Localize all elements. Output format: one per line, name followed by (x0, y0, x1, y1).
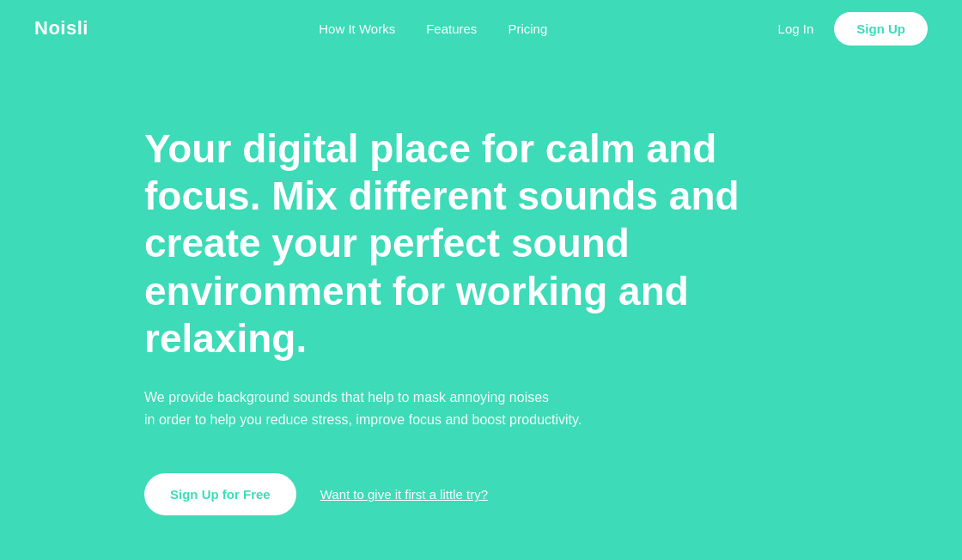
try-link[interactable]: Want to give it first a little try? (320, 487, 488, 502)
nav-item-pricing[interactable]: Pricing (508, 21, 547, 36)
hero-subtext-line2: in order to help you reduce stress, impr… (144, 412, 581, 427)
login-link[interactable]: Log In (778, 21, 814, 36)
header-actions: Log In Sign Up (778, 12, 928, 46)
header-signup-button[interactable]: Sign Up (834, 12, 928, 46)
cta-row: Sign Up for Free Want to give it first a… (144, 473, 928, 515)
hero-headline: Your digital place for calm and focus. M… (144, 125, 814, 362)
hero-section: Your digital place for calm and focus. M… (0, 57, 962, 515)
header: Noisli How It Works Features Pricing Log… (0, 0, 962, 57)
hero-subtext-line1: We provide background sounds that help t… (144, 390, 549, 405)
nav-item-features[interactable]: Features (426, 21, 477, 36)
logo[interactable]: Noisli (34, 17, 88, 40)
main-nav: How It Works Features Pricing (319, 21, 547, 36)
hero-signup-button[interactable]: Sign Up for Free (144, 473, 296, 515)
hero-subtext: We provide background sounds that help t… (144, 387, 711, 430)
nav-item-how-it-works[interactable]: How It Works (319, 21, 395, 36)
